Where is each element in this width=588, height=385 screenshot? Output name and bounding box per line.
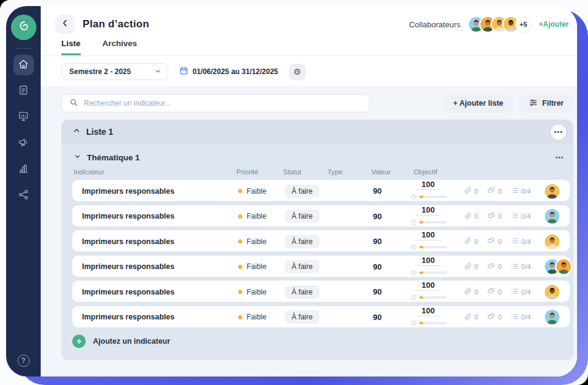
status-cell: À faire — [285, 185, 329, 198]
objective-value[interactable]: 100 — [415, 180, 441, 190]
theme-header[interactable]: Thématique 1 ••• — [61, 144, 573, 167]
back-button[interactable] — [55, 15, 75, 34]
help-button[interactable]: ? — [18, 355, 30, 367]
attachments-number: 0 — [474, 238, 478, 245]
calendar-icon — [179, 66, 188, 77]
date-range[interactable]: 01/06/2025 au 31/12/2025 — [179, 66, 278, 77]
attachments-number: 0 — [474, 288, 478, 296]
status-badge[interactable]: À faire — [285, 235, 320, 248]
value-cell[interactable]: 90 — [373, 186, 415, 196]
attachments-count[interactable]: 0 — [464, 287, 478, 296]
value-cell[interactable]: 90 — [373, 212, 415, 221]
sidebar-item-announcements[interactable] — [13, 133, 34, 154]
comments-count[interactable]: 0 — [487, 313, 501, 322]
checklist-count[interactable]: 0/4 — [511, 237, 531, 246]
status-badge[interactable]: À faire — [285, 310, 320, 324]
chat-bubbles-icon — [487, 313, 495, 322]
objective-cell: 100 — [415, 256, 464, 278]
value-cell[interactable]: 90 — [373, 237, 415, 246]
assignee-avatars[interactable] — [544, 308, 568, 325]
progress-fill — [419, 271, 423, 274]
assignee-avatars[interactable] — [544, 208, 568, 225]
table-row[interactable]: Imprimeurs responsables Faible À faire 9… — [72, 230, 570, 251]
attachments-count[interactable]: 0 — [464, 262, 478, 271]
comments-count[interactable]: 0 — [487, 262, 501, 271]
table-row[interactable]: Imprimeurs responsables Faible À faire 9… — [72, 180, 570, 201]
checklist-number: 0/4 — [521, 238, 531, 245]
attachments-number: 0 — [474, 213, 478, 220]
assignee-avatars[interactable] — [544, 284, 568, 301]
gear-icon: ⚙ — [293, 67, 301, 77]
page-title: Plan d’action — [83, 18, 149, 30]
priority-label: Faible — [247, 237, 267, 246]
value-cell[interactable]: 90 — [373, 287, 415, 296]
table-row[interactable]: Imprimeurs responsables Faible À faire 9… — [72, 256, 570, 277]
sidebar-item-home[interactable] — [13, 55, 34, 75]
table-row[interactable]: Imprimeurs responsables Faible À faire 9… — [72, 306, 570, 327]
add-list-button[interactable]: + Ajouter liste — [443, 95, 513, 112]
checklist-count[interactable]: 0/4 — [511, 186, 531, 196]
column-header: Type — [327, 168, 371, 175]
checklist-count[interactable]: 0/4 — [511, 212, 531, 221]
counts-cell: 0 0 0/4 — [464, 186, 544, 196]
assignee-avatars[interactable] — [544, 183, 568, 200]
priority-label: Faible — [247, 313, 267, 321]
comments-count[interactable]: 0 — [487, 287, 501, 296]
add-indicator-button[interactable]: + Ajoutez un indicateur — [72, 335, 573, 348]
tab-liste[interactable]: Liste — [61, 39, 81, 55]
checklist-count[interactable]: 0/4 — [511, 262, 531, 271]
objective-value[interactable]: 100 — [415, 230, 441, 240]
table-row[interactable]: Imprimeurs responsables Faible À faire 9… — [72, 205, 570, 227]
status-badge[interactable]: À faire — [285, 210, 320, 223]
attachments-count[interactable]: 0 — [464, 313, 478, 322]
sidebar-item-stats[interactable] — [13, 159, 34, 180]
objective-value[interactable]: 100 — [415, 205, 441, 216]
filter-button[interactable]: Filtrer — [519, 95, 573, 112]
priority-dot — [238, 214, 242, 219]
extra-collaborators-badge[interactable]: +5 — [515, 16, 532, 33]
period-select-value: Semestre 2 - 2025 — [69, 67, 131, 76]
list-check-icon — [511, 186, 519, 196]
value-cell[interactable]: 90 — [373, 313, 415, 322]
sidebar-item-network[interactable] — [13, 185, 34, 206]
avatar — [544, 208, 561, 225]
status-badge[interactable]: À faire — [285, 260, 320, 273]
objective-value[interactable]: 100 — [415, 306, 441, 316]
progress-fill — [419, 246, 423, 248]
progress-bar — [419, 196, 447, 198]
attachments-count[interactable]: 0 — [464, 212, 478, 221]
search-input[interactable] — [84, 99, 362, 107]
attachments-count[interactable]: 0 — [464, 237, 478, 246]
comments-number: 0 — [497, 263, 501, 270]
settings-button[interactable]: ⚙ — [289, 64, 306, 80]
assignee-avatars[interactable] — [544, 233, 568, 250]
sidebar-item-dashboard[interactable] — [13, 107, 34, 128]
checklist-count[interactable]: 0/4 — [511, 287, 531, 296]
tab-archives[interactable]: Archives — [103, 39, 137, 55]
objective-value[interactable]: 100 — [415, 281, 441, 291]
app-logo[interactable] — [11, 15, 36, 40]
avatar — [555, 258, 572, 275]
status-badge[interactable]: À faire — [285, 285, 320, 299]
status-badge[interactable]: À faire — [285, 185, 320, 198]
theme-more-button[interactable]: ••• — [555, 154, 564, 161]
sidebar-item-documents[interactable] — [13, 81, 34, 101]
collaborator-avatars[interactable] — [468, 16, 519, 33]
indicator-name: Imprimeurs responsables — [82, 262, 238, 271]
comments-count[interactable]: 0 — [487, 212, 501, 221]
objective-value[interactable]: 100 — [415, 256, 441, 266]
value-cell[interactable]: 90 — [373, 262, 415, 271]
attachments-count[interactable]: 0 — [464, 186, 478, 196]
search-row: + Ajouter liste Filtrer — [61, 94, 575, 112]
comments-count[interactable]: 0 — [487, 237, 501, 246]
table-row[interactable]: Imprimeurs responsables Faible À faire 9… — [72, 281, 570, 302]
add-collaborator-link[interactable]: +Ajouter — [539, 20, 569, 29]
column-headers: IndicateurPrioritéStatutTypeValeurObject… — [61, 167, 573, 180]
list-more-button[interactable]: ••• — [551, 124, 566, 140]
objective-cell: 100 — [415, 180, 464, 202]
period-select[interactable]: Semestre 2 - 2025 — [61, 63, 168, 80]
checklist-count[interactable]: 0/4 — [511, 313, 531, 322]
comments-count[interactable]: 0 — [487, 186, 501, 196]
list-header[interactable]: Liste 1 ••• — [61, 120, 573, 144]
assignee-avatars[interactable] — [544, 258, 568, 275]
